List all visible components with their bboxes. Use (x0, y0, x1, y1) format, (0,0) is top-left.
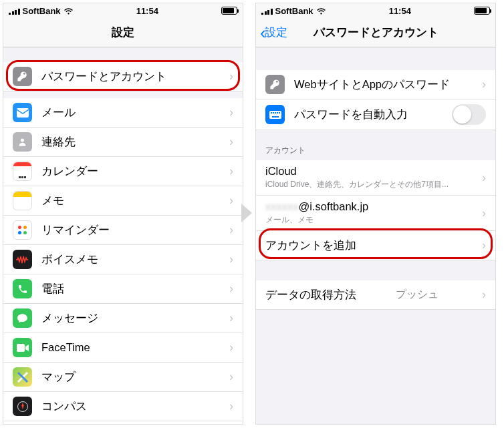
wifi-icon (316, 7, 326, 15)
row-add-account[interactable]: アカウントを追加 › (256, 231, 495, 260)
row-compass[interactable]: コンパス› (3, 392, 243, 421)
phone-icon (13, 279, 32, 298)
chevron-right-icon: › (229, 370, 233, 384)
svg-rect-7 (273, 112, 274, 114)
row-label: FaceTime (41, 341, 90, 354)
row-label: カレンダー (41, 164, 98, 179)
row-autofill-passwords[interactable]: パスワードを自動入力 (256, 99, 495, 130)
clock: 11:54 (136, 6, 158, 16)
row-maps[interactable]: マップ› (3, 363, 243, 392)
calendar-icon (13, 162, 32, 181)
chevron-right-icon: › (229, 105, 233, 120)
row-voice[interactable]: ボイスメモ› (3, 245, 243, 274)
svg-rect-8 (275, 112, 276, 114)
row-mail[interactable]: メール› (3, 98, 243, 128)
reminders-icon (13, 220, 32, 240)
chevron-right-icon: › (229, 282, 233, 296)
row-label: メッセージ (41, 311, 98, 326)
chevron-right-icon: › (229, 223, 233, 237)
status-bar: SoftBank 11:54 (256, 3, 495, 18)
passwords-icon (13, 67, 32, 86)
clock: 11:54 (389, 6, 411, 16)
row-label: 電話 (41, 282, 64, 296)
row-calendar[interactable]: カレンダー› (3, 157, 243, 186)
row-label: パスワードとアカウント (41, 69, 166, 84)
row-softbank-account[interactable]: xxxxxx@i.softbank.jp メール、メモ › (256, 196, 495, 231)
carrier-label: SoftBank (23, 6, 61, 16)
chevron-right-icon: › (229, 135, 233, 149)
row-reminders[interactable]: リマインダー› (3, 216, 243, 245)
voice-icon (13, 250, 32, 269)
row-label: リマインダー (41, 223, 110, 238)
row-contacts[interactable]: 連絡先› (3, 128, 243, 157)
row-phone[interactable]: 電話› (3, 274, 243, 304)
chevron-right-icon: › (229, 341, 233, 355)
settings-list: パスワードとアカウント›メール›連絡先›カレンダー›メモ›リマインダー›ボイスメ… (3, 62, 243, 425)
row-messages[interactable]: メッセージ› (3, 304, 243, 333)
status-bar: SoftBank 11:54 (3, 3, 243, 18)
chevron-right-icon: › (482, 77, 486, 91)
svg-rect-0 (17, 108, 29, 118)
settings-screen: SoftBank 11:54 設定 パスワードとアカウント›メール›連絡先›カレ… (3, 3, 243, 425)
row-label: 連絡先 (41, 135, 76, 150)
row-label: コンパス (41, 399, 87, 414)
svg-rect-6 (271, 112, 272, 114)
svg-rect-2 (17, 344, 25, 352)
messages-icon (13, 308, 32, 328)
row-fetch-data[interactable]: データの取得方法 プッシュ › (256, 280, 495, 310)
svg-rect-10 (279, 112, 280, 114)
compass-icon (13, 397, 32, 416)
chevron-right-icon: › (229, 399, 233, 413)
row-web-app-passwords[interactable]: WebサイトとAppのパスワード › (256, 70, 495, 99)
svg-rect-9 (277, 112, 278, 114)
carrier-label: SoftBank (275, 6, 313, 16)
row-measure[interactable]: 計測› (3, 421, 243, 425)
wifi-icon (64, 7, 74, 15)
row-label: メモ (41, 194, 64, 208)
notes-icon (13, 191, 32, 210)
chevron-right-icon: › (229, 164, 233, 178)
mail-icon (13, 103, 32, 122)
svg-rect-11 (272, 116, 279, 118)
chevron-right-icon: › (482, 238, 486, 252)
maps-icon (13, 367, 32, 387)
chevron-right-icon: › (229, 311, 233, 325)
header: 設定 (3, 18, 243, 47)
chevron-right-icon: › (229, 69, 233, 83)
arrow-icon (241, 204, 252, 222)
passwords-accounts-screen: SoftBank 11:54 ‹ 設定 パスワードとアカウント WebサイトとA… (255, 3, 496, 425)
chevron-right-icon: › (229, 194, 233, 208)
section-accounts: アカウント (256, 130, 495, 160)
row-facetime[interactable]: FaceTime› (3, 333, 243, 363)
page-title: パスワードとアカウント (313, 25, 438, 40)
battery-icon (474, 7, 490, 15)
row-icloud[interactable]: iCloud iCloud Drive、連絡先、カレンダーとその他7項目... … (256, 160, 495, 196)
signal-icon (9, 7, 20, 15)
battery-icon (221, 7, 237, 15)
contacts-icon (13, 132, 32, 152)
row-notes[interactable]: メモ› (3, 186, 243, 216)
row-label: ボイスメモ (41, 252, 98, 267)
chevron-right-icon: › (482, 288, 486, 302)
page-title: 設定 (112, 25, 134, 40)
back-button[interactable]: ‹ 設定 (260, 24, 287, 41)
row-passwords[interactable]: パスワードとアカウント› (3, 62, 243, 91)
facetime-icon (13, 338, 32, 357)
keyboard-icon (265, 105, 285, 124)
chevron-right-icon: › (229, 252, 233, 266)
row-label: メール (41, 105, 76, 120)
key-icon (265, 75, 285, 94)
svg-point-1 (21, 139, 24, 142)
row-label: マップ (41, 370, 76, 385)
chevron-right-icon: › (482, 206, 486, 220)
chevron-right-icon: › (482, 171, 486, 185)
svg-rect-5 (269, 111, 281, 119)
autofill-toggle[interactable] (452, 104, 486, 125)
signal-icon (261, 7, 273, 15)
header: ‹ 設定 パスワードとアカウント (256, 18, 495, 47)
